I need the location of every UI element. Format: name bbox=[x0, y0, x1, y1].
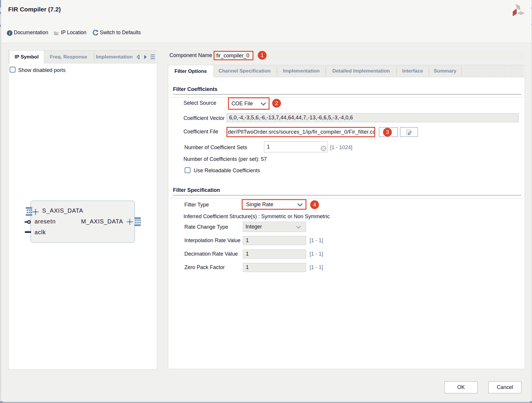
svg-text:i: i bbox=[9, 31, 10, 35]
